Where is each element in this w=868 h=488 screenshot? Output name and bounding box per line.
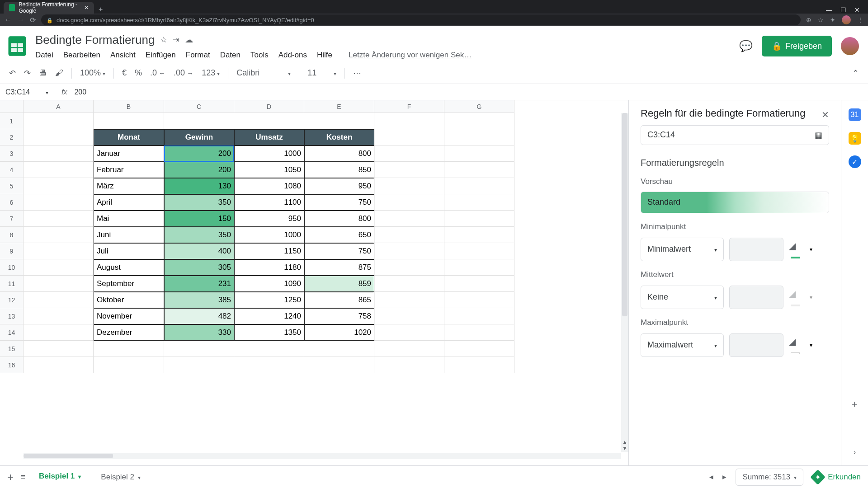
zoom-indicator-icon[interactable]: ⊕: [806, 16, 811, 23]
font-select[interactable]: Calibri: [236, 68, 291, 78]
redo-icon[interactable]: ↷: [24, 68, 31, 78]
cell[interactable]: [374, 113, 444, 129]
add-sheet-icon[interactable]: +: [7, 471, 14, 483]
cell[interactable]: Juli: [94, 243, 164, 259]
collapse-toolbar-icon[interactable]: ⌃: [852, 68, 859, 78]
menu-hilfe[interactable]: Hilfe: [317, 51, 332, 60]
all-sheets-icon[interactable]: ≡: [21, 473, 25, 482]
cell[interactable]: 1000: [234, 145, 304, 162]
cell[interactable]: [374, 357, 444, 373]
cell[interactable]: [374, 145, 444, 162]
cell[interactable]: 758: [304, 308, 374, 324]
cell[interactable]: Mai: [94, 211, 164, 227]
cell[interactable]: 1350: [234, 324, 304, 341]
cell[interactable]: 865: [304, 292, 374, 308]
cell[interactable]: 850: [304, 162, 374, 178]
row-header[interactable]: 7: [0, 211, 24, 227]
cell[interactable]: [444, 243, 514, 259]
cell[interactable]: [24, 145, 94, 162]
cell[interactable]: [374, 211, 444, 227]
cell[interactable]: [374, 227, 444, 243]
column-header[interactable]: C: [164, 100, 234, 113]
row-header[interactable]: 13: [0, 308, 24, 324]
preview-gradient[interactable]: Standard: [641, 192, 829, 213]
cell[interactable]: [94, 113, 164, 129]
cell[interactable]: April: [94, 194, 164, 211]
cell[interactable]: 1240: [234, 308, 304, 324]
cell[interactable]: [444, 227, 514, 243]
cell[interactable]: 200: [164, 162, 234, 178]
cell[interactable]: 400: [164, 243, 234, 259]
browser-tab[interactable]: Bedingte Formatierung - Google ✕: [4, 2, 94, 14]
cell[interactable]: [24, 211, 94, 227]
zoom-select[interactable]: 100%: [80, 68, 105, 78]
column-header[interactable]: B: [94, 100, 164, 113]
midpoint-value-input[interactable]: [729, 286, 783, 309]
row-header[interactable]: 15: [0, 341, 24, 357]
close-panel-icon[interactable]: ✕: [821, 109, 829, 120]
menu-add-ons[interactable]: Add-ons: [278, 51, 307, 60]
last-edit-link[interactable]: Letzte Änderung vor wenigen Sek…: [349, 51, 472, 60]
cell[interactable]: [94, 357, 164, 373]
add-addon-icon[interactable]: +: [852, 399, 858, 410]
cell[interactable]: 950: [304, 178, 374, 194]
cell[interactable]: Januar: [94, 145, 164, 162]
cell[interactable]: 1000: [234, 227, 304, 243]
column-header[interactable]: F: [374, 100, 444, 113]
grid-icon[interactable]: ▦: [815, 130, 822, 140]
menu-bearbeiten[interactable]: Bearbeiten: [63, 51, 100, 60]
collapse-rail-icon[interactable]: ›: [854, 448, 856, 456]
cell[interactable]: 482: [164, 308, 234, 324]
row-header[interactable]: 11: [0, 276, 24, 292]
cell[interactable]: 1050: [234, 162, 304, 178]
cell[interactable]: 750: [304, 194, 374, 211]
cell[interactable]: [164, 341, 234, 357]
row-header[interactable]: 8: [0, 227, 24, 243]
cell[interactable]: 875: [304, 259, 374, 276]
vertical-scrollbar[interactable]: ▲▼: [621, 113, 628, 452]
cell[interactable]: 650: [304, 227, 374, 243]
scroll-tabs-right-icon[interactable]: ▸: [722, 472, 726, 482]
cell[interactable]: [444, 194, 514, 211]
column-header[interactable]: A: [24, 100, 94, 113]
range-input[interactable]: C3:C14 ▦: [641, 125, 829, 145]
cell[interactable]: 1180: [234, 259, 304, 276]
sheet-tab[interactable]: Beispiel 2: [94, 469, 147, 485]
cell[interactable]: [164, 357, 234, 373]
column-header[interactable]: G: [444, 100, 514, 113]
row-header[interactable]: 1: [0, 113, 24, 129]
cell[interactable]: 1150: [234, 243, 304, 259]
cell[interactable]: 305: [164, 259, 234, 276]
sheets-logo[interactable]: [5, 34, 29, 58]
back-icon[interactable]: ←: [5, 16, 12, 24]
calendar-icon[interactable]: 31: [849, 108, 861, 121]
sheet-tab-active[interactable]: Beispiel 1: [33, 468, 87, 486]
name-box[interactable]: C3:C14: [0, 84, 54, 100]
close-window-icon[interactable]: ✕: [854, 6, 860, 14]
cell[interactable]: [444, 145, 514, 162]
cell[interactable]: [374, 194, 444, 211]
comments-icon[interactable]: 💬: [739, 40, 753, 52]
undo-icon[interactable]: ↶: [9, 68, 16, 78]
cell[interactable]: 130: [164, 178, 234, 194]
cell[interactable]: [444, 324, 514, 341]
cell[interactable]: [374, 162, 444, 178]
minpoint-value-input[interactable]: [729, 238, 783, 261]
cell[interactable]: [24, 276, 94, 292]
cell[interactable]: 1090: [234, 276, 304, 292]
cell[interactable]: [24, 324, 94, 341]
cell[interactable]: [374, 341, 444, 357]
cell[interactable]: [374, 292, 444, 308]
spreadsheet-area[interactable]: ABCDEFG12MonatGewinnUmsatzKosten3Januar2…: [0, 100, 628, 465]
cell[interactable]: 800: [304, 211, 374, 227]
cell[interactable]: [374, 243, 444, 259]
cell[interactable]: September: [94, 276, 164, 292]
row-header[interactable]: 14: [0, 324, 24, 341]
menu-tools[interactable]: Tools: [250, 51, 269, 60]
cell[interactable]: [24, 357, 94, 373]
cell[interactable]: 350: [164, 194, 234, 211]
cell[interactable]: Kosten: [304, 129, 374, 145]
cell[interactable]: [444, 341, 514, 357]
cell[interactable]: [304, 357, 374, 373]
minpoint-color-picker[interactable]: ◢: [789, 240, 807, 258]
